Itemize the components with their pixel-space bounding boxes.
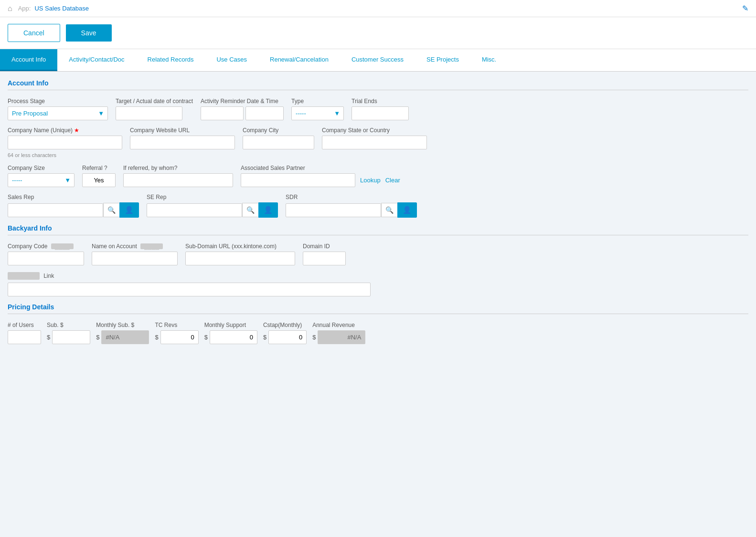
sales-rep-user-icon[interactable]: 👤 (119, 202, 139, 218)
tab-related-records[interactable]: Related Records (136, 49, 205, 71)
tab-se-projects[interactable]: SE Projects (415, 49, 470, 71)
monthly-sub-dollar-sign: $ (96, 334, 99, 341)
cstap-input[interactable] (268, 330, 307, 344)
tc-revs-label: TC Revs (155, 322, 198, 328)
se-rep-search-icon[interactable]: 🔍 (242, 203, 258, 217)
domain-id-group: Domain ID (303, 243, 346, 265)
tab-account-info[interactable]: Account Info (0, 49, 57, 71)
se-rep-search: 🔍 👤 (147, 202, 278, 218)
type-group: Type ----- New Renewal Upgrade ▼ (291, 98, 344, 120)
form-row-4: Sales Rep 🔍 👤 SE Rep 🔍 👤 SDR (8, 194, 748, 218)
se-rep-user-icon[interactable]: 👤 (258, 202, 278, 218)
trial-ends-group: Trial Ends (351, 98, 409, 120)
required-indicator: ★ (74, 127, 79, 134)
subdomain-url-label: Sub-Domain URL (xxx.kintone.com) (185, 243, 295, 250)
annual-revenue-dollar-sign: $ (312, 334, 316, 341)
annual-revenue-dollar-wrapper: $ #N/A (312, 330, 365, 344)
process-stage-group: Process Stage Pre Proposal Proposal Nego… (8, 98, 108, 120)
associated-partner-input[interactable] (241, 173, 355, 187)
company-city-input[interactable] (243, 136, 314, 149)
num-users-input[interactable] (8, 330, 41, 344)
if-referred-input[interactable] (123, 173, 233, 187)
cstap-dollar-sign: $ (263, 334, 266, 341)
lookup-button[interactable]: Lookup (360, 177, 381, 184)
company-state-group: Company State or Country (322, 127, 427, 149)
trial-ends-label: Trial Ends (351, 98, 409, 105)
company-size-select-wrapper: ----- 1-10 11-50 51-200 201-500 500+ ▼ (8, 173, 75, 187)
backyard-link-input[interactable] (8, 283, 371, 296)
name-on-account-label: Name on Account ████ (92, 243, 178, 250)
sales-rep-input[interactable] (8, 203, 103, 217)
sdr-input[interactable] (286, 203, 381, 217)
account-info-title: Account Info (8, 79, 748, 90)
cstap-group: Cstap(Monthly) $ (263, 322, 307, 344)
app-title: US Sales Database (34, 5, 88, 12)
sub-input[interactable] (52, 330, 90, 344)
top-bar: ⌂ App: US Sales Database ✎ (0, 0, 756, 17)
process-stage-select[interactable]: Pre Proposal Proposal Negotiation Closed… (8, 106, 108, 120)
company-website-input[interactable] (130, 136, 235, 149)
company-code-input[interactable] (8, 252, 84, 265)
name-on-account-input[interactable] (92, 252, 178, 265)
sub-dollar-wrapper: $ (47, 330, 90, 344)
company-name-input[interactable] (8, 136, 122, 149)
company-name-group: Company Name (Unique) ★ 64 or less chara… (8, 127, 122, 158)
main-content: Account Info Process Stage Pre Proposal … (0, 72, 756, 358)
activity-reminder-time-input[interactable] (245, 106, 284, 120)
domain-id-input[interactable] (303, 252, 346, 265)
cstap-label: Cstap(Monthly) (263, 322, 307, 328)
company-name-label: Company Name (Unique) ★ (8, 127, 122, 134)
form-row-3: Company Size ----- 1-10 11-50 51-200 201… (8, 165, 748, 187)
company-state-input[interactable] (322, 136, 427, 149)
sdr-search-icon[interactable]: 🔍 (381, 203, 397, 217)
target-date-group: Target / Actual date of contract (116, 98, 193, 120)
tab-activity[interactable]: Activity/Contact/Doc (57, 49, 136, 71)
referral-group: Referral ? Yes (82, 165, 116, 187)
referral-yes-button[interactable]: Yes (82, 173, 116, 187)
tab-misc[interactable]: Misc. (470, 49, 508, 71)
tc-revs-input[interactable] (160, 330, 199, 344)
activity-reminder-label: Activity Reminder Date & Time (201, 98, 284, 105)
form-row-2: Company Name (Unique) ★ 64 or less chara… (8, 127, 748, 158)
if-referred-label: If referred, by whom? (123, 165, 233, 171)
backyard-link-input-wrapper (8, 283, 748, 296)
subdomain-url-input[interactable] (185, 252, 295, 265)
trial-ends-input[interactable] (351, 106, 409, 120)
target-date-label: Target / Actual date of contract (116, 98, 193, 105)
activity-reminder-date-input[interactable] (201, 106, 244, 120)
company-size-group: Company Size ----- 1-10 11-50 51-200 201… (8, 165, 75, 187)
tab-renewal[interactable]: Renewal/Cancelation (258, 49, 340, 71)
se-rep-label: SE Rep (147, 194, 278, 200)
clear-button[interactable]: Clear (385, 177, 400, 184)
se-rep-input[interactable] (147, 203, 242, 217)
backyard-info-section: Backyard Info Company Code ████ Name on … (8, 224, 748, 296)
save-button[interactable]: Save (66, 24, 112, 42)
monthly-sub-group: Monthly Sub. $ $ #N/A (96, 322, 149, 344)
company-code-locked: ████ (51, 243, 74, 249)
company-size-select[interactable]: ----- 1-10 11-50 51-200 201-500 500+ (8, 173, 75, 187)
type-label: Type (291, 98, 344, 105)
tab-use-cases[interactable]: Use Cases (205, 49, 258, 71)
tab-customer-success[interactable]: Customer Success (340, 49, 415, 71)
name-on-account-group: Name on Account ████ (92, 243, 178, 265)
sales-rep-search-icon[interactable]: 🔍 (103, 203, 119, 217)
target-date-input[interactable] (116, 106, 182, 120)
backyard-info-title: Backyard Info (8, 224, 748, 235)
tc-revs-dollar-wrapper: $ (155, 330, 198, 344)
monthly-support-input[interactable] (210, 330, 257, 344)
home-icon[interactable]: ⌂ (8, 4, 12, 13)
company-size-label: Company Size (8, 165, 75, 171)
action-bar: Cancel Save (0, 17, 756, 49)
sdr-search: 🔍 👤 (286, 202, 417, 218)
backyard-link-label: Link (43, 273, 54, 279)
company-website-label: Company Website URL (130, 127, 235, 134)
cancel-button[interactable]: Cancel (8, 24, 60, 42)
monthly-sub-disabled: #N/A (101, 330, 149, 344)
annual-revenue-group: Annual Revenue $ #N/A (312, 322, 365, 344)
company-state-label: Company State or Country (322, 127, 427, 134)
sub-group: Sub. $ $ (47, 322, 90, 344)
type-select[interactable]: ----- New Renewal Upgrade (291, 106, 344, 120)
monthly-support-dollar-wrapper: $ (204, 330, 257, 344)
sdr-user-icon[interactable]: 👤 (397, 202, 417, 218)
pin-icon[interactable]: ✎ (742, 4, 748, 13)
